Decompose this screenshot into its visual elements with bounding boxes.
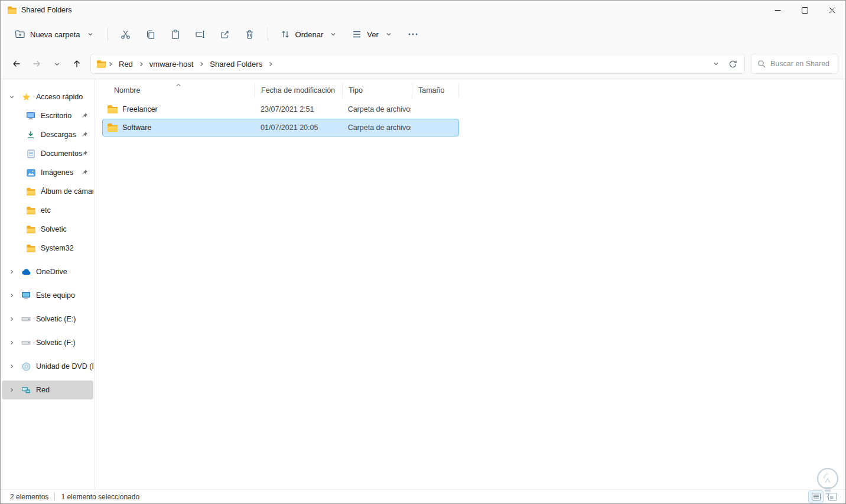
up-button[interactable]: [67, 54, 87, 73]
content-area: Acceso rápido Escritorio Descargas: [1, 79, 845, 489]
toolbar-divider: [268, 28, 268, 41]
file-row[interactable]: Software 01/07/2021 20:05 Carpeta de arc…: [102, 119, 459, 136]
breadcrumb-item-shared-folders[interactable]: Shared Folders: [206, 57, 266, 71]
chevron-down-icon: [383, 30, 394, 39]
sidebar-item-solvetic-e[interactable]: Solvetic (E:): [2, 310, 93, 329]
star-icon: [21, 92, 31, 102]
onedrive-cloud-icon: [21, 267, 31, 277]
paste-button[interactable]: [164, 24, 187, 44]
column-header-name[interactable]: Nombre: [102, 83, 255, 98]
sidebar-item-etc[interactable]: etc: [2, 201, 93, 220]
share-button[interactable]: [213, 24, 237, 44]
sidebar-item-onedrive[interactable]: OneDrive: [2, 262, 93, 281]
pin-icon: [82, 151, 88, 157]
breadcrumb-chevron-icon: [197, 61, 206, 67]
sidebar-item-label: Acceso rápido: [36, 93, 83, 101]
sidebar-item-label: System32: [41, 244, 74, 252]
file-row[interactable]: Freelancer 23/07/2021 2:51 Carpeta de ar…: [102, 100, 459, 118]
chevron-collapsed-icon[interactable]: [8, 316, 16, 322]
view-toggles: [809, 491, 840, 503]
clipboard-icon: [171, 30, 180, 40]
arrow-up-icon: [72, 59, 82, 69]
column-header-type[interactable]: Tipo: [342, 83, 412, 98]
search-input[interactable]: [770, 60, 832, 68]
file-name-cell: Software: [103, 119, 255, 136]
sidebar-item-label: Solvetic (F:): [36, 339, 76, 347]
thumbnails-view-button[interactable]: [825, 491, 840, 503]
forward-button[interactable]: [27, 54, 47, 73]
close-button[interactable]: [818, 1, 845, 19]
sidebar-item-descargas[interactable]: Descargas: [2, 125, 93, 144]
title-bar: Shared Folders: [1, 1, 845, 19]
sort-ascending-icon: [175, 83, 181, 87]
sidebar-item-unidad-dvd[interactable]: Unidad de DVD (D:): [2, 357, 93, 376]
column-label: Nombre: [114, 86, 140, 95]
maximize-button[interactable]: [791, 1, 818, 19]
chevron-down-icon: [328, 30, 339, 39]
pin-icon: [82, 170, 88, 176]
file-type-cell: Carpeta de archivos: [342, 119, 412, 136]
drive-icon: [21, 314, 31, 324]
chevron-collapsed-icon[interactable]: [8, 269, 16, 275]
refresh-button[interactable]: [724, 56, 741, 72]
location-folder-icon: [97, 60, 106, 68]
sidebar-item-acceso-rapido[interactable]: Acceso rápido: [2, 87, 93, 106]
rename-icon: [195, 30, 206, 39]
sidebar-item-label: Álbum de cámara: [41, 187, 93, 196]
chevron-collapsed-icon[interactable]: [8, 292, 16, 298]
window-title: Shared Folders: [21, 6, 71, 14]
sidebar-item-imagenes[interactable]: Imágenes: [2, 163, 93, 182]
sidebar-item-system32[interactable]: System32: [2, 239, 93, 258]
sidebar-item-documentos[interactable]: Documentos: [2, 144, 93, 163]
file-explorer-window: Shared Folders Nueva carpeta: [0, 0, 846, 504]
command-bar: Nueva carpeta Ordenar: [1, 19, 845, 49]
search-box: [751, 54, 838, 74]
view-button[interactable]: Ver: [346, 25, 400, 43]
sidebar-item-escritorio[interactable]: Escritorio: [2, 106, 93, 125]
sidebar-item-este-equipo[interactable]: Este equipo: [2, 286, 93, 305]
pin-icon: [82, 132, 88, 138]
sidebar-item-label: OneDrive: [36, 268, 67, 276]
details-view-button[interactable]: [809, 491, 823, 503]
back-button[interactable]: [6, 54, 27, 73]
chevron-expanded-icon[interactable]: [8, 94, 16, 100]
sidebar-item-red[interactable]: Red: [2, 381, 93, 399]
folder-icon: [108, 105, 118, 113]
column-label: Tipo: [349, 86, 363, 95]
minimize-button[interactable]: [764, 1, 791, 19]
copy-button[interactable]: [139, 24, 162, 44]
folder-icon: [25, 243, 36, 253]
sidebar-item-album-de-camara[interactable]: Álbum de cámara: [2, 182, 93, 201]
folder-icon: [108, 123, 118, 132]
sidebar-item-solvetic[interactable]: Solvetic: [2, 220, 93, 239]
recent-locations-button[interactable]: [47, 54, 67, 73]
breadcrumb-item-red[interactable]: Red: [115, 57, 136, 71]
sort-button[interactable]: Ordenar: [274, 25, 345, 43]
cut-button[interactable]: [114, 24, 138, 44]
new-folder-label: Nueva carpeta: [30, 30, 80, 39]
file-size-cell: [411, 101, 458, 118]
sidebar-item-solvetic-f[interactable]: Solvetic (F:): [2, 333, 93, 352]
chevron-collapsed-icon[interactable]: [8, 363, 16, 369]
arrow-left-icon: [12, 59, 21, 69]
navigation-pane: Acceso rápido Escritorio Descargas: [1, 79, 95, 489]
column-header-modified[interactable]: Fecha de modificación: [255, 83, 342, 98]
desktop-icon: [25, 111, 36, 121]
arrow-right-icon: [32, 59, 41, 69]
rename-button[interactable]: [188, 24, 212, 44]
folder-icon: [25, 206, 36, 215]
document-icon: [25, 149, 36, 158]
file-list: Nombre Fecha de modificación Tipo Tamaño…: [95, 79, 845, 489]
breadcrumb-item-vmware-host[interactable]: vmware-host: [146, 57, 197, 71]
sort-label: Ordenar: [295, 30, 324, 39]
view-icon: [352, 30, 362, 39]
delete-button[interactable]: [238, 24, 262, 44]
more-options-button[interactable]: [401, 24, 425, 44]
chevron-collapsed-icon[interactable]: [8, 387, 16, 393]
file-name: Freelancer: [122, 105, 158, 113]
address-dropdown-button[interactable]: [708, 56, 724, 72]
download-icon: [25, 130, 36, 139]
new-folder-button[interactable]: Nueva carpeta: [9, 25, 102, 43]
column-header-size[interactable]: Tamaño: [412, 83, 459, 98]
chevron-collapsed-icon[interactable]: [8, 340, 16, 346]
